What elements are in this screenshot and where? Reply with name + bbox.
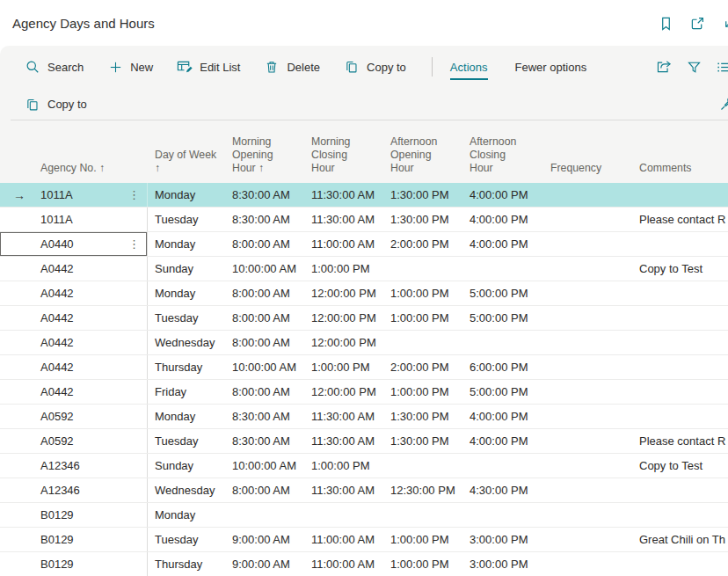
table-row[interactable]: A0442Wednesday8:00:00 AM12:00:00 PM — [0, 331, 728, 355]
search-button[interactable]: Search — [25, 59, 84, 75]
cell-comments[interactable] — [631, 380, 728, 404]
cell-afternoon_open[interactable]: 1:00:00 PM — [389, 380, 468, 404]
cell-afternoon_close[interactable]: 5:00:00 PM — [468, 306, 547, 330]
cell-day[interactable]: Thursday — [148, 552, 230, 576]
column-header-comments[interactable]: Comments — [631, 162, 728, 175]
cell-agency[interactable]: A12346 — [39, 459, 148, 472]
cell-afternoon_open[interactable]: 2:00:00 PM — [389, 355, 468, 379]
cell-comments[interactable] — [631, 478, 728, 502]
cell-afternoon_open[interactable]: 1:00:00 PM — [389, 281, 468, 305]
cell-morning_close[interactable]: 11:30:00 AM — [309, 405, 389, 428]
cell-morning_close[interactable]: 12:00:00 PM — [309, 331, 389, 354]
cell-comments[interactable] — [631, 183, 728, 207]
table-row[interactable]: B0129Thursday9:00:00 AM11:00:00 AM1:00:0… — [0, 552, 728, 576]
cell-afternoon_close[interactable]: 4:00:00 PM — [468, 208, 547, 231]
table-row[interactable]: 1011ATuesday8:30:00 AM11:30:00 AM1:30:00… — [0, 208, 728, 232]
table-row[interactable]: A0592Monday8:30:00 AM11:30:00 AM1:30:00 … — [0, 405, 728, 429]
cell-afternoon_close[interactable] — [468, 454, 547, 478]
cell-frequency[interactable] — [547, 208, 631, 231]
cell-afternoon_open[interactable] — [389, 454, 468, 478]
cell-morning_open[interactable]: 8:00:00 AM — [230, 380, 309, 404]
cell-morning_open[interactable]: 10:00:00 AM — [230, 454, 309, 478]
cell-afternoon_close[interactable]: 4:30:00 PM — [468, 478, 547, 502]
cell-morning_open[interactable]: 8:00:00 AM — [230, 478, 309, 502]
cell-comments[interactable]: Copy to Test — [631, 257, 728, 281]
cell-morning_open[interactable]: 9:00:00 AM — [230, 528, 309, 551]
cell-afternoon_close[interactable]: 6:00:00 PM — [468, 355, 547, 379]
table-row[interactable]: A0442Monday8:00:00 AM12:00:00 PM1:00:00 … — [0, 281, 728, 306]
cell-afternoon_close[interactable]: 4:00:00 PM — [468, 429, 547, 453]
cell-afternoon_open[interactable]: 1:30:00 PM — [389, 208, 468, 231]
cell-morning_close[interactable]: 11:30:00 AM — [309, 208, 389, 231]
cell-agency[interactable]: A0442 — [39, 262, 148, 275]
cell-frequency[interactable] — [547, 429, 631, 453]
cell-afternoon_open[interactable]: 1:00:00 PM — [389, 306, 468, 330]
cell-day[interactable]: Sunday — [148, 257, 230, 281]
cell-morning_close[interactable]: 1:00:00 PM — [309, 454, 389, 478]
cell-morning_close[interactable]: 12:00:00 PM — [309, 306, 389, 330]
cell-comments[interactable] — [631, 306, 728, 330]
table-row[interactable]: →1011A⋮Monday8:30:00 AM11:30:00 AM1:30:0… — [0, 183, 728, 208]
cell-frequency[interactable] — [547, 306, 631, 330]
tab-actions[interactable]: Actions — [450, 61, 488, 74]
cell-afternoon_open[interactable]: 1:30:00 PM — [389, 405, 468, 428]
tab-fewer-options[interactable]: Fewer options — [515, 61, 587, 74]
cell-morning_open[interactable]: 8:30:00 AM — [230, 183, 309, 207]
cell-day[interactable]: Friday — [148, 380, 230, 404]
cell-comments[interactable] — [631, 232, 728, 256]
table-row[interactable]: A0442Tuesday8:00:00 AM12:00:00 PM1:00:00… — [0, 306, 728, 331]
cell-comments[interactable]: Please contact R — [631, 429, 728, 453]
cell-comments[interactable] — [631, 552, 728, 576]
column-header-day[interactable]: Day of Week ↑ — [148, 149, 230, 175]
cell-comments[interactable]: Copy to Test — [631, 454, 728, 478]
table-row[interactable]: A0442Friday8:00:00 AM12:00:00 PM1:00:00 … — [0, 380, 728, 405]
table-row[interactable]: A0592Tuesday8:30:00 AM11:30:00 AM1:30:00… — [0, 429, 728, 454]
cell-morning_close[interactable]: 1:00:00 PM — [309, 355, 389, 379]
cell-afternoon_open[interactable]: 1:30:00 PM — [389, 183, 468, 207]
cell-morning_open[interactable]: 10:00:00 AM — [230, 355, 309, 379]
choose-columns-icon[interactable] — [716, 59, 728, 75]
cell-comments[interactable] — [631, 503, 728, 527]
cell-afternoon_close[interactable]: 4:00:00 PM — [468, 183, 547, 207]
cell-day[interactable]: Wednesday — [148, 331, 230, 354]
cell-afternoon_close[interactable] — [468, 503, 547, 527]
open-new-window-icon[interactable] — [689, 15, 705, 31]
column-header-afternoon_close[interactable]: Afternoon Closing Hour — [468, 135, 547, 175]
cell-afternoon_open[interactable]: 2:00:00 PM — [389, 232, 468, 256]
cell-morning_close[interactable]: 12:00:00 PM — [309, 380, 389, 404]
agency-no-link[interactable]: 1011A — [40, 188, 73, 201]
cell-day[interactable]: Monday — [148, 232, 230, 256]
cell-afternoon_close[interactable]: 3:00:00 PM — [468, 552, 547, 576]
cell-day[interactable]: Tuesday — [148, 208, 230, 231]
cell-morning_open[interactable]: 8:00:00 AM — [230, 306, 309, 330]
cell-morning_close[interactable]: 11:00:00 AM — [309, 528, 389, 551]
cell-comments[interactable] — [631, 281, 728, 305]
column-header-morning_open[interactable]: Morning Opening Hour ↑ — [230, 135, 309, 175]
cell-frequency[interactable] — [547, 454, 631, 478]
cell-afternoon_open[interactable]: 1:30:00 PM — [389, 429, 468, 453]
cell-frequency[interactable] — [547, 355, 631, 379]
bookmark-icon[interactable] — [658, 15, 673, 31]
cell-morning_close[interactable]: 11:30:00 AM — [309, 429, 389, 453]
cell-afternoon_open[interactable] — [389, 257, 468, 281]
cell-agency[interactable]: B0129 — [39, 533, 148, 546]
cell-frequency[interactable] — [547, 380, 631, 404]
cell-agency[interactable]: 1011A — [39, 213, 148, 226]
copy-to-action[interactable]: Copy to — [25, 97, 87, 113]
pin-icon[interactable] — [719, 96, 728, 112]
cell-agency[interactable]: A0442 — [39, 311, 148, 324]
cell-frequency[interactable] — [547, 281, 631, 305]
cell-morning_close[interactable]: 12:00:00 PM — [309, 281, 389, 305]
table-row[interactable]: B0129Monday — [0, 503, 728, 528]
row-ellipsis-button[interactable]: ⋮ — [128, 189, 148, 201]
cell-morning_close[interactable]: 1:00:00 PM — [309, 257, 389, 281]
cell-morning_open[interactable]: 8:00:00 AM — [230, 331, 309, 354]
cell-day[interactable]: Tuesday — [148, 306, 230, 330]
column-header-morning_close[interactable]: Morning Closing Hour — [309, 135, 389, 175]
cell-afternoon_close[interactable]: 4:00:00 PM — [468, 405, 547, 428]
cell-frequency[interactable] — [547, 503, 631, 527]
column-header-frequency[interactable]: Frequency — [547, 162, 631, 175]
table-row[interactable]: A0440⋮Monday8:00:00 AM11:00:00 AM2:00:00… — [0, 232, 728, 257]
cell-frequency[interactable] — [547, 257, 631, 281]
cell-morning_close[interactable]: 11:00:00 AM — [309, 552, 389, 576]
